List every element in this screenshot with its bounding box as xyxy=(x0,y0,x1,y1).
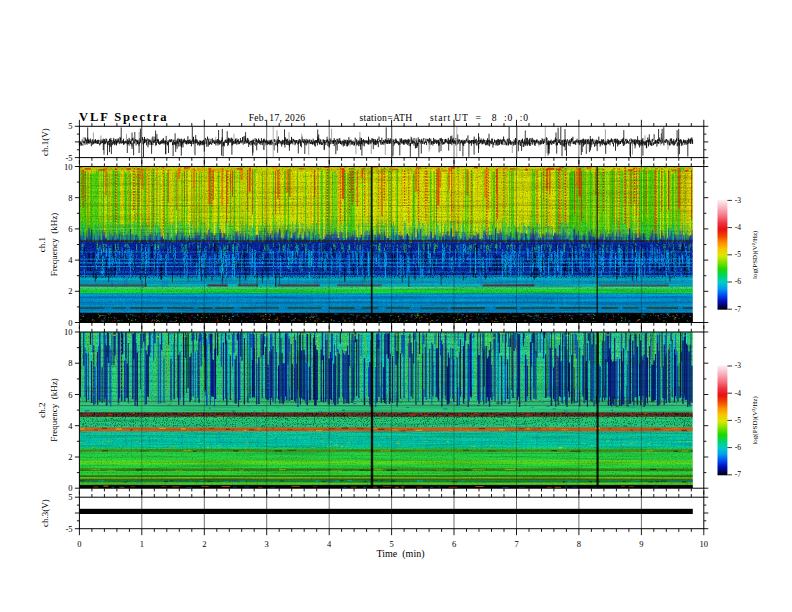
svg-text:-5: -5 xyxy=(65,524,72,534)
svg-text:2: 2 xyxy=(68,452,72,462)
svg-text:2: 2 xyxy=(202,539,206,549)
svg-text:8: 8 xyxy=(68,193,72,203)
svg-text:Frequency (kHz): Frequency (kHz) xyxy=(49,213,59,276)
svg-text:5: 5 xyxy=(68,121,72,131)
svg-text:7: 7 xyxy=(514,539,518,549)
svg-text:9: 9 xyxy=(639,539,643,549)
svg-text:6: 6 xyxy=(452,539,456,549)
svg-text:-7: -7 xyxy=(735,305,741,314)
svg-text:log(PSD)(V²/Hz): log(PSD)(V²/Hz) xyxy=(752,230,760,279)
svg-text:ch.1: ch.1 xyxy=(37,237,47,252)
svg-text:Time (min): Time (min) xyxy=(377,548,425,560)
svg-text:-5: -5 xyxy=(735,416,741,425)
svg-text:ch.2: ch.2 xyxy=(37,402,47,417)
svg-text:station=ATH: station=ATH xyxy=(360,112,413,123)
svg-text:0: 0 xyxy=(77,539,81,549)
svg-text:4: 4 xyxy=(327,539,332,549)
svg-text:Feb. 17, 2026: Feb. 17, 2026 xyxy=(249,112,306,123)
svg-text:8: 8 xyxy=(68,358,72,368)
svg-text:-4: -4 xyxy=(735,223,741,232)
svg-text:0: 0 xyxy=(68,483,72,493)
svg-text:ch.1(V): ch.1(V) xyxy=(40,128,50,156)
svg-text:-4: -4 xyxy=(735,389,741,398)
svg-text:6: 6 xyxy=(68,224,72,234)
svg-text:1: 1 xyxy=(140,539,144,549)
svg-text:-5: -5 xyxy=(735,250,741,259)
svg-text:8: 8 xyxy=(577,539,581,549)
svg-text:3: 3 xyxy=(265,539,269,549)
svg-text:ch.3(V): ch.3(V) xyxy=(40,499,50,527)
svg-text:-6: -6 xyxy=(735,277,741,286)
svg-text:-6: -6 xyxy=(735,443,741,452)
svg-text:VLF Spectra: VLF Spectra xyxy=(79,110,169,124)
svg-text:2: 2 xyxy=(68,286,72,296)
svg-text:-3: -3 xyxy=(735,196,741,205)
svg-text:log(PSD)(V²/Hz): log(PSD)(V²/Hz) xyxy=(752,396,760,445)
svg-text:start UT = 8 :0 :0: start UT = 8 :0 :0 xyxy=(430,112,529,123)
svg-text:0: 0 xyxy=(68,318,72,328)
svg-text:Frequency (kHz): Frequency (kHz) xyxy=(49,378,59,441)
svg-text:10: 10 xyxy=(64,327,73,337)
svg-text:10: 10 xyxy=(64,162,73,172)
svg-text:5: 5 xyxy=(68,492,72,502)
svg-text:-3: -3 xyxy=(735,361,741,370)
svg-text:10: 10 xyxy=(700,539,709,549)
svg-text:-7: -7 xyxy=(735,470,741,479)
svg-text:6: 6 xyxy=(68,390,72,400)
